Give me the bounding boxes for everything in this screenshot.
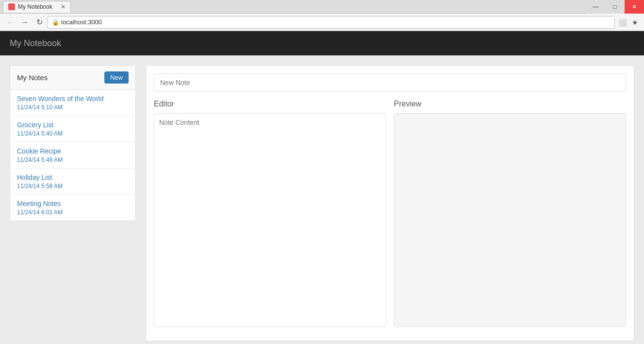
note-date: 11/24/14 6:01 AM — [17, 209, 129, 216]
forward-button[interactable]: → — [18, 16, 31, 29]
note-title: Cookie Recipe — [17, 147, 129, 155]
url-input[interactable] — [61, 18, 611, 26]
note-title: Holiday List — [17, 173, 129, 181]
list-item[interactable]: Holiday List 11/24/14 5:58 AM — [10, 169, 135, 195]
list-item[interactable]: Meeting Notes 11/24/14 6:01 AM — [10, 195, 135, 221]
app-title: My Notebook — [10, 38, 61, 49]
window-minimize-button[interactable]: — — [586, 0, 605, 14]
note-title: Grocery List — [17, 121, 129, 129]
note-title: Meeting Notes — [17, 200, 129, 207]
bookmark-button[interactable]: ★ — [629, 17, 640, 28]
editor-section: Editor — [154, 100, 386, 328]
note-title-input[interactable] — [154, 73, 626, 92]
list-item[interactable]: Grocery List 11/24/14 5:40 AM — [10, 116, 135, 142]
note-list: Seven Wonders of the World 11/24/14 5:10… — [10, 90, 135, 221]
note-content-textarea[interactable] — [154, 113, 386, 327]
window-maximize-button[interactable]: □ — [605, 0, 625, 14]
tab-title: My Notebook — [18, 3, 58, 10]
tab-close-icon[interactable]: ✕ — [61, 3, 66, 10]
lock-icon: 🔒 — [52, 19, 59, 26]
list-item[interactable]: Cookie Recipe 11/24/14 5:46 AM — [10, 142, 135, 169]
note-date: 11/24/14 5:46 AM — [17, 156, 129, 163]
notes-panel-title: My Notes — [17, 73, 48, 82]
new-note-button[interactable]: New — [104, 71, 129, 84]
editor-label: Editor — [154, 100, 386, 108]
sidebar: My Notes New Seven Wonders of the World … — [10, 65, 136, 341]
browser-tab[interactable]: My Notebook ✕ — [3, 1, 71, 13]
notes-panel-header: My Notes New — [10, 66, 135, 90]
window-close-button[interactable]: ✕ — [625, 0, 644, 14]
address-bar[interactable]: 🔒 — [48, 16, 615, 29]
editor-preview-row: Editor Preview — [154, 100, 626, 328]
app-navbar: My Notebook — [0, 31, 644, 55]
back-button[interactable]: ← — [4, 16, 17, 29]
preview-area — [394, 113, 627, 327]
reload-button[interactable]: ↻ — [33, 16, 46, 29]
tab-favicon — [8, 3, 15, 10]
preview-label: Preview — [394, 100, 627, 108]
list-item[interactable]: Seven Wonders of the World 11/24/14 5:10… — [10, 90, 135, 116]
note-date: 11/24/14 5:10 AM — [17, 104, 129, 111]
main-editor: Editor Preview — [146, 65, 634, 341]
cast-button[interactable]: ⬜ — [617, 17, 627, 28]
notes-panel: My Notes New Seven Wonders of the World … — [10, 65, 136, 221]
note-date: 11/24/14 5:58 AM — [17, 183, 129, 189]
app-body: My Notes New Seven Wonders of the World … — [0, 55, 644, 344]
preview-section: Preview — [394, 100, 627, 328]
note-date: 11/24/14 5:40 AM — [17, 130, 129, 137]
note-title: Seven Wonders of the World — [17, 95, 129, 103]
